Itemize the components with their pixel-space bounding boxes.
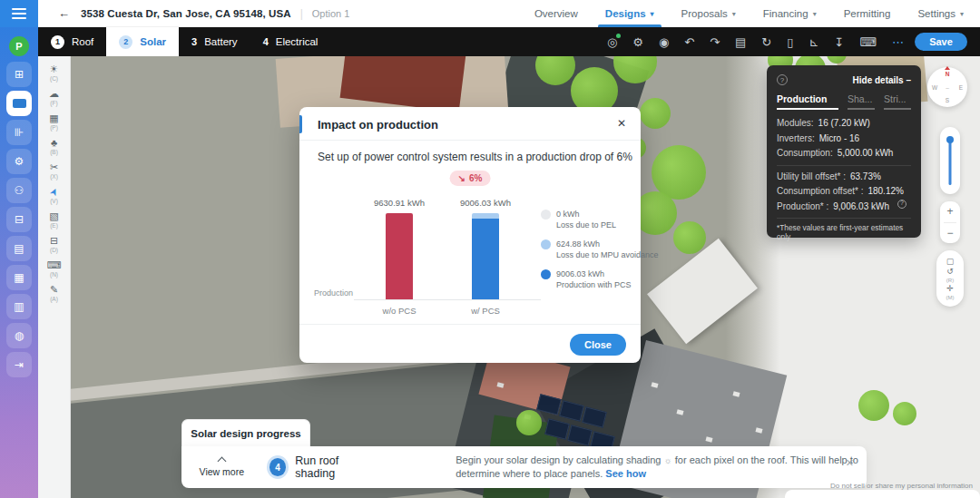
view-more-button[interactable]: View more [198,458,246,477]
map-white-building [647,239,758,345]
undo-icon[interactable]: ↶ [684,36,694,48]
help-icon[interactable]: ? [777,74,788,85]
nav-permitting[interactable]: Permitting [844,0,891,27]
divider [777,218,911,219]
bar-value-label: 9006.03 kWh [440,198,531,208]
nav-label: Proposals [681,8,728,19]
info-icon[interactable]: ? [897,200,906,209]
offset-rows: Utility bill offset* :63.73%Consumption … [777,170,911,215]
detail-label: Production* : [777,200,828,215]
step-tab-solar[interactable]: 2Solar [106,27,179,56]
imagery-tool[interactable]: ▧(E) [38,210,70,229]
zoom-out-button[interactable]: − [940,223,960,244]
sidebar-item-team[interactable]: ⚇ [6,178,32,203]
compass[interactable]: N S W E – [927,67,967,107]
details-tab-stri[interactable]: Stri... [884,93,911,110]
sidebar-item-calculator[interactable]: ▦ [6,265,32,290]
move-icon[interactable]: ✛ [946,285,954,293]
sidebar-item-apps[interactable]: ⊞ [6,62,32,87]
snapshot-icon[interactable]: ◎ [607,36,617,48]
hide-details-button[interactable]: Hide details – [853,75,911,85]
zoom-in-button[interactable]: + [940,201,960,222]
panels-tool[interactable]: ▦(P) [38,112,70,131]
settings-icon[interactable]: ⚙ [632,36,643,48]
slider-track [949,140,952,185]
detail-value: 63.73% [850,170,881,185]
tilt-slider[interactable] [940,127,960,194]
measure-icon[interactable]: ⊾ [808,36,818,48]
shortcut-label: (B) [50,149,58,155]
select-tool[interactable]: ➤(V) [38,186,70,204]
sidebar-item-settings[interactable]: ⚙ [6,149,32,174]
privacy-link[interactable]: Do not sell or share my personal informa… [830,482,973,490]
sidebar-item-files[interactable]: ▥ [6,294,32,319]
close-icon[interactable]: ✕ [617,117,626,130]
sidebar-item-documents[interactable]: ▤ [6,236,32,261]
step-tab-battery[interactable]: 3Battery [179,27,250,56]
back-icon[interactable]: ← [58,6,70,20]
nav-settings[interactable]: Settings▾ [917,0,964,27]
tree-tool[interactable]: ♣(B) [38,137,70,155]
ruler-tool[interactable]: ⊟(D) [38,235,70,253]
step-number: 3 [191,36,197,47]
fit-screen-icon[interactable]: ▢ [946,258,955,266]
sync-icon[interactable]: ↻ [761,36,771,48]
settings-icon: ⚙ [15,155,24,168]
nav-overview[interactable]: Overview [534,0,578,27]
bar-segment [472,219,499,299]
sidebar-item-web[interactable]: ◍ [6,323,32,348]
detail-row: Consumption:5,000.00 kWh [777,146,911,161]
nav-label: Financing [763,8,808,19]
keyboard-tool-icon: ⌨ [47,259,62,271]
close-button[interactable]: Close [570,334,626,356]
learn-tool[interactable]: ✎(A) [38,284,70,302]
chart-ylabel: Production [314,288,353,298]
close-icon[interactable]: ✕ [846,457,854,469]
step-tab-electrical[interactable]: 4Electrical [250,27,331,56]
trash-icon[interactable]: ▤ [735,36,746,48]
keyboard-icon[interactable]: ⌨ [859,36,877,48]
save-button[interactable]: Save [915,33,967,51]
visibility-icon[interactable]: ◉ [659,36,669,48]
details-tab-production[interactable]: Production [777,93,838,110]
sidebar-item-design[interactable] [6,91,32,116]
details-tab-sha[interactable]: Sha... [848,93,875,110]
keyboard-tool[interactable]: ⌨(N) [38,259,70,278]
slider-thumb[interactable] [946,136,954,143]
chat-icon[interactable]: ⋯ [892,36,904,48]
legend-dot [541,269,551,279]
nav-designs[interactable]: Designs▾ [605,0,654,27]
redo-icon[interactable]: ↷ [710,36,720,48]
trend-down-icon: ↘ [458,173,466,183]
shading-tool[interactable]: ☁(F) [38,88,70,106]
step-tabs: 1Roof2Solar3Battery4Electrical [38,27,330,56]
see-how-link[interactable]: See how [605,468,646,479]
detail-label: Consumption: [777,146,833,161]
sun-tool[interactable]: ☀(C) [38,63,70,82]
trim-tool[interactable]: ✂(X) [38,161,70,180]
north-needle-icon [945,66,950,70]
chevron-down-icon: ▾ [651,10,654,18]
step-number-badge: 4 [270,458,287,476]
view-controls: ▢ ↺ (R) ✛ (M) [936,250,964,307]
compass-w: W [932,84,937,91]
legend-row: 0 kWh [541,209,635,220]
chevron-up-icon [217,456,226,465]
nav-financing[interactable]: Financing▾ [763,0,817,27]
step-label: Battery [204,36,237,47]
avatar[interactable]: P [9,36,29,56]
step-tab-roof[interactable]: 1Roof [38,27,106,56]
menu-icon[interactable] [0,0,38,27]
system-rows: Modules:16 (7.20 kW)Inverters:Micro - 16… [777,116,911,161]
sidebar-item-exit[interactable]: ⇥ [6,352,32,377]
download-icon[interactable]: ↧ [834,36,844,48]
design-option-label[interactable]: Option 1 [312,8,350,19]
rotate-icon[interactable]: ↺ [946,268,954,276]
sidebar-item-presentation[interactable]: ⊟ [6,207,32,232]
sidebar-item-analytics[interactable]: ⊪ [6,120,32,145]
device-icon[interactable]: ▯ [787,36,793,48]
detail-row: Production* :9,006.03 kWh? [777,200,911,215]
progress-tab[interactable]: Solar design progress [181,419,310,447]
zoom-controls: + − [940,201,960,243]
nav-proposals[interactable]: Proposals▾ [681,0,736,27]
